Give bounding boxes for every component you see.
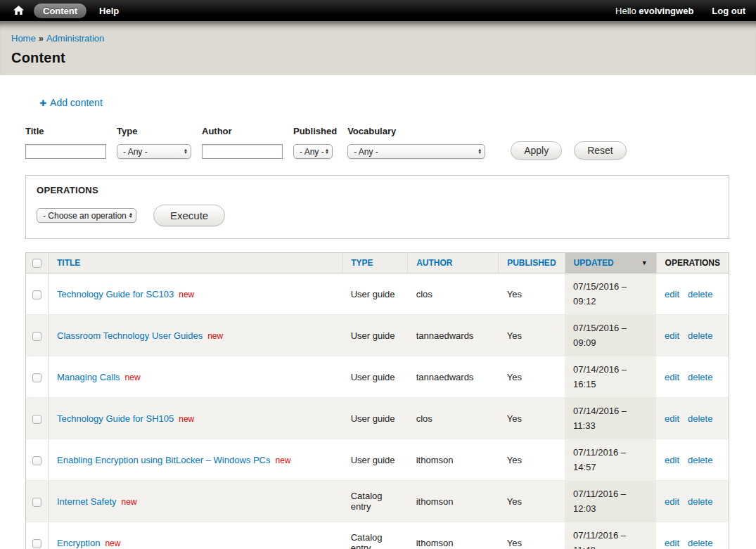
delete-link[interactable]: delete bbox=[688, 496, 712, 507]
edit-link[interactable]: edit bbox=[665, 538, 679, 548]
add-content-link[interactable]: ✚Add content bbox=[39, 97, 103, 108]
edit-link[interactable]: edit bbox=[665, 413, 679, 424]
vocabulary-filter-value: - Any - bbox=[354, 147, 378, 157]
reset-button[interactable]: Reset bbox=[574, 141, 627, 160]
select-all-checkbox[interactable] bbox=[32, 259, 41, 268]
published-cell: Yes bbox=[499, 481, 565, 522]
title-filter-input[interactable] bbox=[25, 144, 106, 159]
new-marker: new bbox=[275, 456, 290, 465]
published-filter-value: - Any - bbox=[300, 147, 324, 157]
type-filter-select[interactable]: - Any - ▲▼ bbox=[117, 144, 191, 159]
content-table: TITLE TYPE AUTHOR PUBLISHED UPDATED▼ OPE… bbox=[25, 252, 729, 549]
row-checkbox[interactable] bbox=[32, 290, 41, 299]
breadcrumb-separator: » bbox=[39, 33, 44, 44]
toolbar-tab-help[interactable]: Help bbox=[94, 4, 124, 18]
updated-cell: 07/15/2016 –09:12 bbox=[565, 273, 656, 315]
updated-cell: 07/14/2016 –16:15 bbox=[565, 356, 656, 398]
content-title-link[interactable]: Classroom Technology User Guides bbox=[57, 330, 203, 341]
content-title-link[interactable]: Encryption bbox=[57, 538, 100, 548]
new-marker: new bbox=[179, 290, 194, 299]
author-cell: tannaedwards bbox=[408, 356, 499, 398]
select-arrows-icon: ▲▼ bbox=[129, 212, 133, 219]
filter-bar: Title Type - Any - ▲▼ Author Published -… bbox=[25, 126, 729, 160]
main-content: ✚Add content Title Type - Any - ▲▼ Autho… bbox=[0, 97, 756, 549]
select-arrows-icon: ▲▼ bbox=[184, 148, 188, 155]
page-header: Home»Administration Content bbox=[0, 21, 756, 75]
delete-link[interactable]: delete bbox=[688, 538, 712, 548]
delete-link[interactable]: delete bbox=[688, 330, 712, 341]
edit-link[interactable]: edit bbox=[665, 289, 679, 299]
delete-link[interactable]: delete bbox=[688, 372, 712, 382]
toolbar-tab-content[interactable]: Content bbox=[34, 4, 87, 18]
content-title-link[interactable]: Managing Calls bbox=[57, 372, 120, 382]
admin-toolbar: Content Help Hello evolvingweb Log out bbox=[0, 0, 756, 21]
home-icon[interactable] bbox=[11, 4, 27, 17]
row-checkbox[interactable] bbox=[32, 456, 41, 465]
username-text: evolvingweb bbox=[639, 6, 693, 16]
vocabulary-filter-select[interactable]: - Any - ▲▼ bbox=[347, 144, 485, 159]
updated-cell: 07/11/2016 –14:57 bbox=[565, 439, 656, 481]
breadcrumb-administration-link[interactable]: Administration bbox=[46, 33, 104, 44]
type-filter-value: - Any - bbox=[123, 147, 148, 157]
published-cell: Yes bbox=[499, 356, 565, 398]
sort-published-header[interactable]: PUBLISHED bbox=[507, 258, 556, 268]
content-title-link[interactable]: Enabling Encryption using BitLocker – Wi… bbox=[57, 455, 270, 465]
row-checkbox[interactable] bbox=[32, 539, 41, 548]
table-row: Internet Safetynew Catalog entry ithomso… bbox=[26, 481, 729, 522]
author-cell: tannaedwards bbox=[408, 315, 499, 356]
sort-type-header[interactable]: TYPE bbox=[351, 258, 373, 268]
delete-link[interactable]: delete bbox=[688, 455, 712, 465]
logout-link[interactable]: Log out bbox=[712, 6, 745, 16]
breadcrumb-home-link[interactable]: Home bbox=[11, 33, 36, 44]
content-title-link[interactable]: Technology Guide for SH105 bbox=[57, 413, 174, 424]
new-marker: new bbox=[125, 373, 141, 382]
operation-select[interactable]: - Choose an operation - ▲▼ bbox=[37, 208, 136, 223]
author-filter-label: Author bbox=[202, 126, 283, 136]
execute-button[interactable]: Execute bbox=[153, 205, 225, 226]
row-checkbox[interactable] bbox=[32, 498, 41, 507]
row-checkbox[interactable] bbox=[32, 373, 41, 382]
new-marker: new bbox=[179, 414, 194, 424]
table-row: Technology Guide for SC103new User guide… bbox=[26, 273, 729, 315]
published-cell: Yes bbox=[499, 522, 565, 549]
delete-link[interactable]: delete bbox=[688, 289, 712, 299]
sort-updated-header[interactable]: UPDATED bbox=[574, 258, 614, 268]
sort-author-header[interactable]: AUTHOR bbox=[416, 258, 452, 268]
table-header-row: TITLE TYPE AUTHOR PUBLISHED UPDATED▼ OPE… bbox=[26, 253, 729, 273]
operations-legend: OPERATIONS bbox=[37, 185, 718, 195]
published-filter-select[interactable]: - Any - ▲▼ bbox=[293, 144, 333, 159]
sort-title-header[interactable]: TITLE bbox=[57, 258, 80, 268]
type-cell: Catalog entry bbox=[342, 481, 408, 522]
type-cell: Catalog entry bbox=[342, 522, 408, 549]
content-title-link[interactable]: Technology Guide for SC103 bbox=[57, 289, 174, 299]
updated-cell: 07/11/2016 –11:48 bbox=[565, 522, 656, 549]
vocabulary-filter-label: Vocabulary bbox=[347, 126, 485, 136]
author-cell: ithomson bbox=[408, 439, 499, 481]
row-checkbox[interactable] bbox=[32, 332, 41, 341]
delete-link[interactable]: delete bbox=[688, 413, 712, 424]
edit-link[interactable]: edit bbox=[665, 372, 679, 382]
edit-link[interactable]: edit bbox=[665, 330, 679, 341]
breadcrumb: Home»Administration bbox=[11, 33, 745, 44]
type-cell: User guide bbox=[342, 398, 408, 439]
published-cell: Yes bbox=[499, 439, 565, 481]
greeting-text: Hello bbox=[615, 6, 636, 16]
edit-link[interactable]: edit bbox=[665, 455, 679, 465]
content-title-link[interactable]: Internet Safety bbox=[57, 496, 117, 507]
author-filter-input[interactable] bbox=[202, 144, 283, 159]
table-row: Enabling Encryption using BitLocker – Wi… bbox=[26, 439, 729, 481]
author-cell: ithomson bbox=[408, 481, 499, 522]
new-marker: new bbox=[207, 331, 223, 341]
operations-header: OPERATIONS bbox=[656, 253, 729, 273]
operation-select-value: - Choose an operation - bbox=[43, 211, 132, 221]
plus-icon: ✚ bbox=[39, 98, 46, 108]
edit-link[interactable]: edit bbox=[665, 496, 679, 507]
updated-cell: 07/14/2016 –11:33 bbox=[565, 398, 656, 439]
row-checkbox[interactable] bbox=[32, 415, 41, 424]
table-row: Technology Guide for SH105new User guide… bbox=[26, 398, 729, 439]
type-cell: User guide bbox=[342, 273, 408, 315]
title-filter-label: Title bbox=[25, 126, 106, 136]
apply-button[interactable]: Apply bbox=[511, 141, 562, 160]
user-greeting: Hello evolvingweb bbox=[615, 6, 693, 16]
type-filter-label: Type bbox=[117, 126, 191, 136]
